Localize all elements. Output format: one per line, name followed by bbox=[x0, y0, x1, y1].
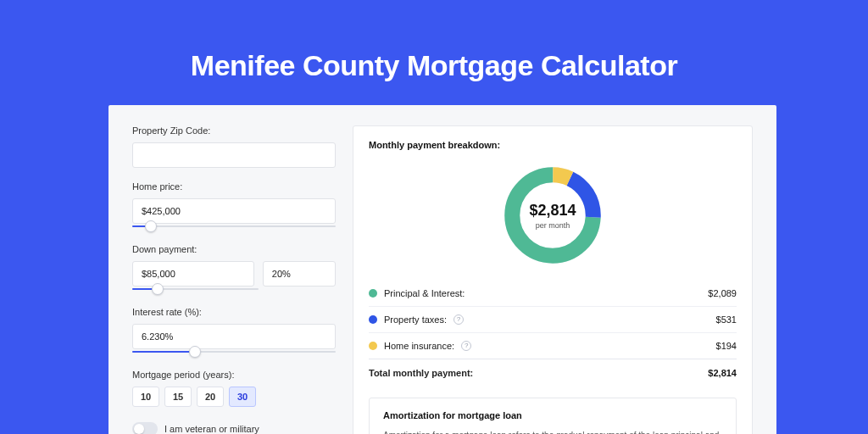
legend-dot-icon bbox=[369, 289, 377, 298]
legend-label: Property taxes: bbox=[384, 314, 447, 325]
zip-input[interactable] bbox=[132, 142, 336, 168]
period-block: Mortgage period (years): 10152030 bbox=[132, 370, 336, 407]
legend-row: Principal & Interest:$2,089 bbox=[369, 281, 737, 306]
period-option-10[interactable]: 10 bbox=[132, 387, 159, 407]
legend-total-value: $2,814 bbox=[708, 368, 737, 378]
legend-label: Home insurance: bbox=[384, 341, 454, 351]
down-payment-amount-input[interactable] bbox=[132, 261, 254, 287]
amortization-text: Amortization for a mortgage loan refers … bbox=[383, 429, 722, 434]
period-label: Mortgage period (years): bbox=[132, 370, 336, 380]
legend-value: $2,089 bbox=[708, 288, 737, 298]
legend-dot-icon bbox=[369, 342, 377, 350]
breakdown-legend: Principal & Interest:$2,089Property taxe… bbox=[369, 281, 737, 386]
interest-rate-input[interactable] bbox=[132, 324, 336, 349]
info-icon[interactable]: ? bbox=[453, 314, 464, 325]
amortization-card: Amortization for mortgage loan Amortizat… bbox=[369, 398, 737, 434]
down-payment-pct-input[interactable] bbox=[263, 261, 336, 287]
breakdown-heading: Monthly payment breakdown: bbox=[369, 140, 737, 150]
legend-row: Home insurance:?$194 bbox=[369, 332, 737, 359]
amortization-title: Amortization for mortgage loan bbox=[383, 410, 722, 420]
veteran-toggle-row: I am veteran or military bbox=[132, 422, 336, 434]
legend-total-row: Total monthly payment:$2,814 bbox=[369, 359, 737, 386]
zip-field-block: Property Zip Code: bbox=[132, 125, 336, 168]
legend-value: $194 bbox=[716, 341, 737, 351]
page-title: Menifee County Mortgage Calculator bbox=[0, 0, 868, 82]
down-payment-slider[interactable] bbox=[132, 288, 259, 290]
period-option-15[interactable]: 15 bbox=[164, 387, 192, 407]
legend-value: $531 bbox=[716, 314, 737, 325]
home-price-label: Home price: bbox=[132, 181, 336, 192]
period-option-20[interactable]: 20 bbox=[197, 387, 224, 407]
breakdown-donut-chart: $2,814 per month bbox=[499, 162, 606, 269]
legend-label: Principal & Interest: bbox=[384, 288, 465, 298]
breakdown-panel: Monthly payment breakdown: $2,814 per mo… bbox=[353, 125, 753, 434]
veteran-toggle[interactable] bbox=[132, 422, 158, 434]
inputs-panel: Property Zip Code: Home price: Down paym… bbox=[132, 125, 336, 434]
legend-total-label: Total monthly payment: bbox=[369, 368, 473, 378]
home-price-block: Home price: bbox=[132, 181, 336, 231]
home-price-slider[interactable] bbox=[132, 225, 336, 227]
calculator-card: Property Zip Code: Home price: Down paym… bbox=[108, 105, 776, 434]
down-payment-block: Down payment: bbox=[132, 244, 336, 293]
donut-sub: per month bbox=[536, 221, 570, 230]
down-payment-label: Down payment: bbox=[132, 244, 336, 254]
interest-rate-label: Interest rate (%): bbox=[132, 307, 336, 317]
zip-label: Property Zip Code: bbox=[132, 125, 336, 136]
interest-rate-slider[interactable] bbox=[132, 351, 336, 353]
legend-row: Property taxes:?$531 bbox=[369, 306, 737, 332]
period-segmented: 10152030 bbox=[132, 387, 336, 407]
veteran-label: I am veteran or military bbox=[164, 424, 259, 434]
info-icon[interactable]: ? bbox=[461, 341, 471, 351]
legend-dot-icon bbox=[369, 315, 377, 324]
interest-rate-block: Interest rate (%): bbox=[132, 307, 336, 356]
period-option-30[interactable]: 30 bbox=[229, 387, 256, 407]
home-price-input[interactable] bbox=[132, 198, 336, 224]
donut-total: $2,814 bbox=[529, 202, 576, 220]
